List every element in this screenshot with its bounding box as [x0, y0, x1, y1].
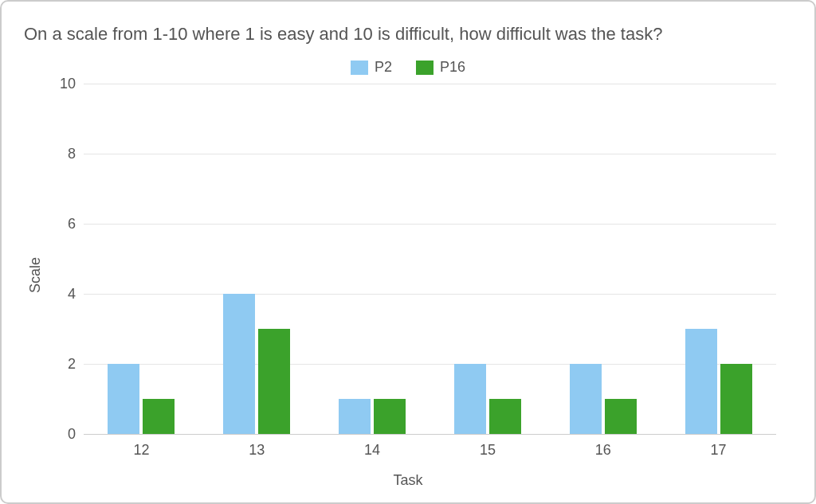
- bar-group: [545, 84, 661, 434]
- x-tick-label: 16: [545, 434, 661, 466]
- x-axis-label: Task: [24, 472, 792, 489]
- bar: [720, 364, 752, 434]
- x-tick-label: 13: [199, 434, 315, 466]
- y-axis-label: Scale: [28, 256, 45, 292]
- y-tick-label: 10: [60, 76, 76, 92]
- bar: [605, 399, 637, 434]
- bar: [143, 399, 175, 434]
- bar: [108, 364, 139, 434]
- x-axis-ticks: 121314151617: [84, 434, 776, 466]
- legend-swatch-icon: [351, 61, 368, 75]
- y-axis-ticks: 0246810: [48, 84, 84, 466]
- bar: [570, 364, 602, 434]
- bar: [223, 294, 255, 434]
- x-tick-label: 12: [84, 434, 199, 466]
- legend-swatch-icon: [416, 61, 434, 75]
- bar: [454, 364, 486, 434]
- bar: [685, 329, 717, 434]
- chart-legend: P2 P16: [24, 59, 792, 76]
- bar-group: [661, 84, 776, 434]
- legend-label: P2: [375, 59, 392, 76]
- bar-group: [199, 84, 315, 434]
- y-tick-label: 0: [68, 426, 76, 443]
- bar: [258, 329, 290, 434]
- bars-row: [84, 84, 776, 434]
- y-tick-label: 8: [68, 146, 76, 162]
- bar-group: [84, 84, 199, 434]
- bar: [489, 399, 521, 434]
- chart-title: On a scale from 1-10 where 1 is easy and…: [24, 24, 792, 45]
- y-tick-label: 4: [68, 286, 76, 303]
- y-axis-label-box: Scale: [24, 84, 48, 466]
- legend-item-p16: P16: [416, 59, 465, 76]
- chart-container: On a scale from 1-10 where 1 is easy and…: [0, 0, 816, 504]
- bar-group: [315, 84, 430, 434]
- legend-item-p2: P2: [351, 59, 392, 76]
- legend-label: P16: [440, 59, 465, 76]
- plot-area: 121314151617: [84, 84, 776, 466]
- y-tick-label: 6: [68, 216, 76, 232]
- bar: [374, 399, 406, 434]
- x-tick-label: 15: [430, 434, 545, 466]
- bar: [339, 399, 371, 434]
- x-tick-label: 17: [661, 434, 776, 466]
- bar-group: [430, 84, 545, 434]
- x-tick-label: 14: [315, 434, 430, 466]
- y-tick-label: 2: [68, 356, 76, 373]
- plot-wrapper: Scale 0246810 121314151617: [24, 84, 792, 466]
